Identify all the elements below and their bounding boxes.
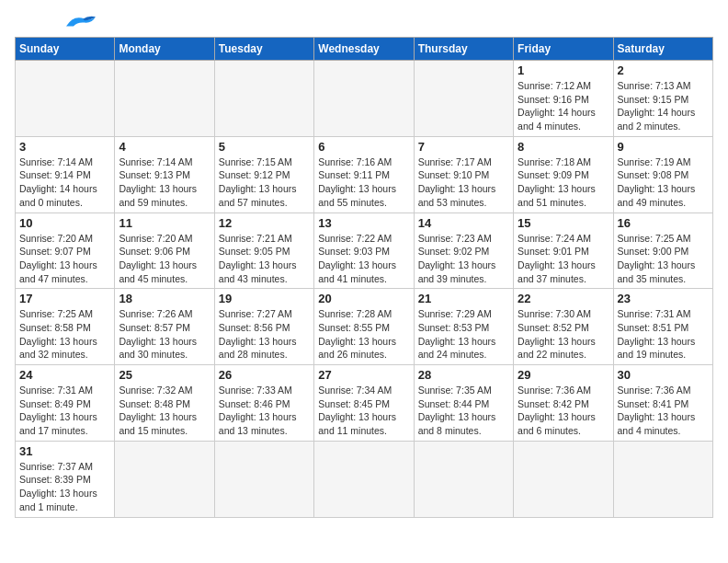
day-number: 18: [119, 292, 210, 305]
day-info: Sunrise: 7:34 AM Sunset: 8:45 PM Dayligh…: [318, 384, 409, 438]
day-info: Sunrise: 7:20 AM Sunset: 9:07 PM Dayligh…: [19, 232, 110, 286]
calendar-cell: 25Sunrise: 7:32 AM Sunset: 8:48 PM Dayli…: [115, 365, 214, 442]
day-info: Sunrise: 7:37 AM Sunset: 8:39 PM Dayligh…: [19, 460, 110, 514]
day-number: 11: [119, 216, 210, 230]
column-header-friday: Friday: [514, 38, 613, 61]
calendar-cell: 13Sunrise: 7:22 AM Sunset: 9:03 PM Dayli…: [314, 213, 414, 289]
calendar-cell: 16Sunrise: 7:25 AM Sunset: 9:00 PM Dayli…: [613, 213, 712, 289]
day-number: 5: [219, 140, 310, 154]
calendar-cell: [514, 441, 613, 517]
week-row-3: 10Sunrise: 7:20 AM Sunset: 9:07 PM Dayli…: [16, 213, 713, 289]
day-info: Sunrise: 7:14 AM Sunset: 9:13 PM Dayligh…: [119, 155, 210, 210]
calendar-cell: 18Sunrise: 7:26 AM Sunset: 8:57 PM Dayli…: [115, 289, 214, 365]
column-header-sunday: Sunday: [16, 38, 115, 61]
calendar-table: SundayMondayTuesdayWednesdayThursdayFrid…: [15, 37, 713, 518]
calendar-cell: 17Sunrise: 7:25 AM Sunset: 8:58 PM Dayli…: [16, 289, 115, 365]
day-info: Sunrise: 7:13 AM Sunset: 9:15 PM Dayligh…: [618, 79, 709, 133]
column-header-thursday: Thursday: [414, 38, 513, 61]
day-number: 6: [318, 140, 409, 154]
day-number: 20: [318, 292, 409, 305]
day-info: Sunrise: 7:36 AM Sunset: 8:42 PM Dayligh…: [518, 384, 609, 438]
day-number: 14: [418, 216, 509, 230]
calendar-cell: 29Sunrise: 7:36 AM Sunset: 8:42 PM Dayli…: [514, 365, 613, 442]
calendar-cell: 5Sunrise: 7:15 AM Sunset: 9:12 PM Daylig…: [214, 136, 313, 213]
day-number: 24: [19, 368, 110, 382]
calendar-cell: 28Sunrise: 7:35 AM Sunset: 8:44 PM Dayli…: [414, 365, 513, 442]
calendar-cell: 1Sunrise: 7:12 AM Sunset: 9:16 PM Daylig…: [514, 61, 613, 137]
day-info: Sunrise: 7:12 AM Sunset: 9:16 PM Dayligh…: [518, 79, 609, 133]
calendar-cell: 31Sunrise: 7:37 AM Sunset: 8:39 PM Dayli…: [16, 441, 115, 517]
column-header-saturday: Saturday: [613, 38, 712, 61]
calendar-cell: [414, 61, 513, 137]
day-number: 9: [618, 140, 709, 154]
day-info: Sunrise: 7:27 AM Sunset: 8:56 PM Dayligh…: [219, 307, 310, 362]
logo: [15, 15, 99, 29]
day-number: 2: [618, 63, 709, 77]
calendar-cell: 4Sunrise: 7:14 AM Sunset: 9:13 PM Daylig…: [115, 136, 214, 213]
calendar-cell: 20Sunrise: 7:28 AM Sunset: 8:55 PM Dayli…: [314, 289, 414, 365]
day-number: 27: [318, 368, 409, 382]
calendar-cell: 10Sunrise: 7:20 AM Sunset: 9:07 PM Dayli…: [16, 213, 115, 289]
day-info: Sunrise: 7:20 AM Sunset: 9:06 PM Dayligh…: [119, 232, 210, 286]
column-header-tuesday: Tuesday: [214, 38, 313, 61]
day-number: 30: [618, 368, 709, 382]
calendar-cell: 2Sunrise: 7:13 AM Sunset: 9:15 PM Daylig…: [613, 61, 712, 137]
day-info: Sunrise: 7:36 AM Sunset: 8:41 PM Dayligh…: [618, 384, 709, 438]
page-header: [15, 15, 713, 29]
week-row-5: 24Sunrise: 7:31 AM Sunset: 8:49 PM Dayli…: [16, 365, 713, 442]
column-header-wednesday: Wednesday: [314, 38, 414, 61]
calendar-cell: 19Sunrise: 7:27 AM Sunset: 8:56 PM Dayli…: [214, 289, 313, 365]
day-info: Sunrise: 7:33 AM Sunset: 8:46 PM Dayligh…: [219, 384, 310, 438]
week-row-2: 3Sunrise: 7:14 AM Sunset: 9:14 PM Daylig…: [16, 136, 713, 213]
calendar-cell: [16, 61, 115, 137]
calendar-cell: 8Sunrise: 7:18 AM Sunset: 9:09 PM Daylig…: [514, 136, 613, 213]
day-number: 8: [518, 140, 609, 154]
day-info: Sunrise: 7:23 AM Sunset: 9:02 PM Dayligh…: [418, 232, 509, 286]
week-row-1: 1Sunrise: 7:12 AM Sunset: 9:16 PM Daylig…: [16, 61, 713, 137]
calendar-cell: 27Sunrise: 7:34 AM Sunset: 8:45 PM Dayli…: [314, 365, 414, 442]
day-number: 16: [618, 216, 709, 230]
calendar-cell: 30Sunrise: 7:36 AM Sunset: 8:41 PM Dayli…: [613, 365, 712, 442]
day-info: Sunrise: 7:31 AM Sunset: 8:51 PM Dayligh…: [618, 307, 709, 362]
day-info: Sunrise: 7:14 AM Sunset: 9:14 PM Dayligh…: [19, 155, 110, 210]
day-info: Sunrise: 7:15 AM Sunset: 9:12 PM Dayligh…: [219, 155, 310, 210]
calendar-cell: 6Sunrise: 7:16 AM Sunset: 9:11 PM Daylig…: [314, 136, 414, 213]
day-info: Sunrise: 7:28 AM Sunset: 8:55 PM Dayligh…: [318, 307, 409, 362]
day-number: 15: [518, 216, 609, 230]
calendar-cell: [214, 441, 313, 517]
day-number: 3: [19, 140, 110, 154]
calendar-cell: 23Sunrise: 7:31 AM Sunset: 8:51 PM Dayli…: [613, 289, 712, 365]
day-number: 4: [119, 140, 210, 154]
calendar-cell: [115, 441, 214, 517]
day-number: 1: [518, 63, 609, 77]
day-number: 26: [219, 368, 310, 382]
day-info: Sunrise: 7:35 AM Sunset: 8:44 PM Dayligh…: [418, 384, 509, 438]
week-row-4: 17Sunrise: 7:25 AM Sunset: 8:58 PM Dayli…: [16, 289, 713, 365]
calendar-cell: [214, 61, 313, 137]
day-info: Sunrise: 7:25 AM Sunset: 8:58 PM Dayligh…: [19, 307, 110, 362]
calendar-cell: 11Sunrise: 7:20 AM Sunset: 9:06 PM Dayli…: [115, 213, 214, 289]
day-info: Sunrise: 7:21 AM Sunset: 9:05 PM Dayligh…: [219, 232, 310, 286]
day-number: 7: [418, 140, 509, 154]
calendar-cell: 21Sunrise: 7:29 AM Sunset: 8:53 PM Dayli…: [414, 289, 513, 365]
calendar-cell: [115, 61, 214, 137]
logo-bird-icon: [63, 13, 99, 29]
column-header-monday: Monday: [115, 38, 214, 61]
day-info: Sunrise: 7:24 AM Sunset: 9:01 PM Dayligh…: [518, 232, 609, 286]
day-number: 13: [318, 216, 409, 230]
day-number: 22: [518, 292, 609, 305]
day-info: Sunrise: 7:29 AM Sunset: 8:53 PM Dayligh…: [418, 307, 509, 362]
day-number: 12: [219, 216, 310, 230]
calendar-cell: 22Sunrise: 7:30 AM Sunset: 8:52 PM Dayli…: [514, 289, 613, 365]
calendar-cell: [314, 441, 414, 517]
calendar-cell: [613, 441, 712, 517]
calendar-cell: [414, 441, 513, 517]
day-info: Sunrise: 7:16 AM Sunset: 9:11 PM Dayligh…: [318, 155, 409, 210]
calendar-cell: 15Sunrise: 7:24 AM Sunset: 9:01 PM Dayli…: [514, 213, 613, 289]
day-info: Sunrise: 7:18 AM Sunset: 9:09 PM Dayligh…: [518, 155, 609, 210]
day-number: 10: [19, 216, 110, 230]
day-number: 28: [418, 368, 509, 382]
day-number: 29: [518, 368, 609, 382]
week-row-6: 31Sunrise: 7:37 AM Sunset: 8:39 PM Dayli…: [16, 441, 713, 517]
day-info: Sunrise: 7:19 AM Sunset: 9:08 PM Dayligh…: [618, 155, 709, 210]
